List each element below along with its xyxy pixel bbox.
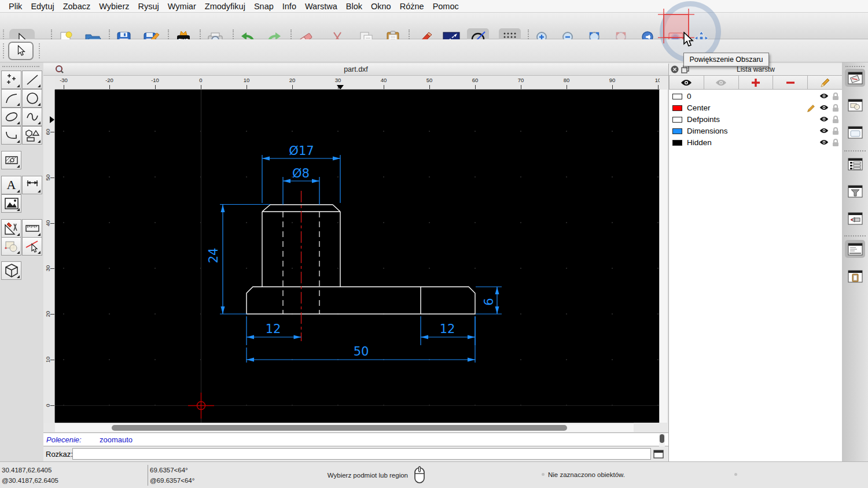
layer-lock-icon[interactable] — [832, 93, 839, 101]
dock-pen-settings-button[interactable] — [845, 209, 865, 227]
layer-row-dimensions[interactable]: Dimensions — [669, 125, 843, 137]
menu-rozne[interactable]: Różne — [400, 2, 424, 11]
menu-edytuj[interactable]: Edytuj — [31, 2, 54, 11]
eye-icon — [681, 79, 692, 87]
layer-row-0[interactable]: 0 — [669, 91, 843, 102]
hide-all-layers-button[interactable] — [704, 75, 739, 90]
dock-buttons-column — [842, 62, 868, 461]
solid-3d-tool-button[interactable] — [1, 261, 21, 280]
edit-layer-button[interactable] — [808, 75, 843, 90]
layer-name: Hidden — [687, 138, 712, 147]
layer-visibility-icon[interactable] — [819, 116, 829, 123]
horizontal-scrollbar[interactable] — [55, 423, 634, 432]
block-tools-button[interactable] — [1, 237, 21, 256]
dock-clipboard-button[interactable] — [845, 267, 865, 285]
command-prompt-row: Rozkaz: — [43, 446, 668, 461]
spline-tool-button[interactable] — [22, 108, 42, 126]
layer-color-swatch[interactable] — [672, 117, 682, 123]
layer-row-center[interactable]: Center — [669, 102, 843, 114]
ruler-label: 40 — [376, 77, 392, 83]
palette-handle[interactable] — [2, 66, 39, 67]
dock-view-window-button[interactable] — [845, 123, 865, 141]
dimension-tool-button[interactable] — [22, 176, 42, 194]
layer-row-hidden[interactable]: Hidden — [669, 137, 843, 149]
toolbar-handle[interactable] — [39, 43, 42, 58]
measure-tools-button[interactable] — [22, 219, 42, 238]
modify-icon — [4, 221, 19, 235]
text-tool-button[interactable]: A — [1, 176, 21, 194]
points-tool-button[interactable] — [1, 71, 21, 89]
origin-marker — [188, 393, 214, 419]
polar-relative: @69.6357<64° — [150, 477, 194, 484]
menu-wybierz[interactable]: Wybierz — [99, 2, 129, 11]
layer-list: 0 Center Defpoints Dimensions Hidden — [669, 90, 843, 461]
command-history-scrollbar[interactable] — [659, 434, 665, 446]
add-layer-button[interactable] — [739, 75, 774, 90]
menu-zmodyfikuj[interactable]: Zmodyfikuj — [205, 2, 245, 11]
layer-color-swatch[interactable] — [672, 128, 682, 134]
modify-tools-button[interactable] — [1, 219, 21, 238]
dock-selection-filter-button[interactable] — [845, 182, 865, 200]
layer-visibility-icon[interactable] — [819, 104, 829, 111]
image-tool-button[interactable] — [1, 194, 21, 213]
menu-rysuj[interactable]: Rysuj — [138, 2, 159, 11]
ellipse-icon — [5, 110, 19, 124]
layer-name: Center — [687, 103, 711, 112]
shape-tool-button[interactable] — [22, 126, 42, 145]
arc-tool-button[interactable] — [1, 89, 21, 108]
layer-color-swatch[interactable] — [672, 140, 682, 146]
dock-library-browser-button[interactable] — [845, 155, 865, 173]
menu-snap[interactable]: Snap — [254, 2, 274, 11]
command-input[interactable] — [72, 448, 651, 460]
menu-info[interactable]: Info — [282, 2, 296, 11]
menu-pomoc[interactable]: Pomoc — [433, 2, 459, 11]
layer-lock-icon[interactable] — [832, 139, 839, 147]
menu-plik[interactable]: Plik — [9, 2, 22, 11]
layer-edit-pencil-icon[interactable] — [807, 104, 815, 113]
ellipse-tool-button[interactable] — [1, 108, 21, 126]
layer-lock-icon[interactable] — [832, 127, 839, 135]
layer-visibility-icon[interactable] — [819, 139, 829, 146]
line-tool-button[interactable] — [22, 71, 42, 89]
ruler-tick — [50, 223, 54, 224]
layer-visibility-icon[interactable] — [819, 93, 829, 99]
menu-warstwa[interactable]: Warstwa — [305, 2, 337, 11]
horizontal-scrollbar-thumb[interactable] — [112, 425, 567, 431]
command-window-button[interactable] — [653, 449, 666, 459]
arc-icon — [5, 91, 19, 105]
select-entity-tool-button[interactable] — [22, 237, 42, 256]
hatch-tool-button[interactable] — [1, 151, 21, 169]
dock-block-list-button[interactable] — [845, 96, 865, 114]
dock-handle[interactable] — [845, 66, 865, 67]
action-hint: Wybierz podmiot lub region — [292, 472, 408, 479]
ruler-label: 20 — [284, 77, 300, 83]
menu-zobacz[interactable]: Zobacz — [63, 2, 91, 11]
ruler-tick — [50, 360, 54, 360]
layer-row-defpoints[interactable]: Defpoints — [669, 114, 843, 125]
layer-color-swatch[interactable] — [672, 105, 682, 111]
active-tool-select-button[interactable] — [8, 42, 34, 60]
menu-wymiar[interactable]: Wymiar — [168, 2, 196, 11]
pen-window-icon — [848, 212, 863, 225]
block-list-window-icon — [848, 99, 863, 112]
drawing-canvas[interactable]: Ø17 Ø8 24 6 12 12 50 — [55, 90, 659, 423]
layer-lock-icon[interactable] — [832, 104, 839, 112]
layer-lock-icon[interactable] — [832, 116, 839, 124]
dim-text-d17: Ø17 — [289, 144, 314, 158]
remove-layer-button[interactable] — [773, 75, 808, 90]
menu-okno[interactable]: Okno — [371, 2, 391, 11]
toolbar-handle[interactable] — [3, 43, 6, 58]
layer-visibility-icon[interactable] — [819, 127, 829, 134]
show-all-layers-button[interactable] — [669, 75, 704, 90]
layer-color-swatch[interactable] — [672, 94, 682, 99]
polyline-tool-button[interactable] — [1, 126, 21, 145]
vertical-scrollbar[interactable] — [659, 90, 667, 423]
dock-command-line-button[interactable] — [845, 240, 865, 258]
ruler-cursor-marker — [337, 85, 344, 90]
ruler-tick — [429, 85, 430, 89]
menu-blok[interactable]: Blok — [346, 2, 362, 11]
dock-layer-list-button[interactable] — [845, 69, 865, 87]
circle-tool-button[interactable] — [22, 89, 42, 108]
document-titlebar[interactable]: part.dxf — [43, 64, 668, 76]
mouse-icon — [413, 464, 426, 484]
